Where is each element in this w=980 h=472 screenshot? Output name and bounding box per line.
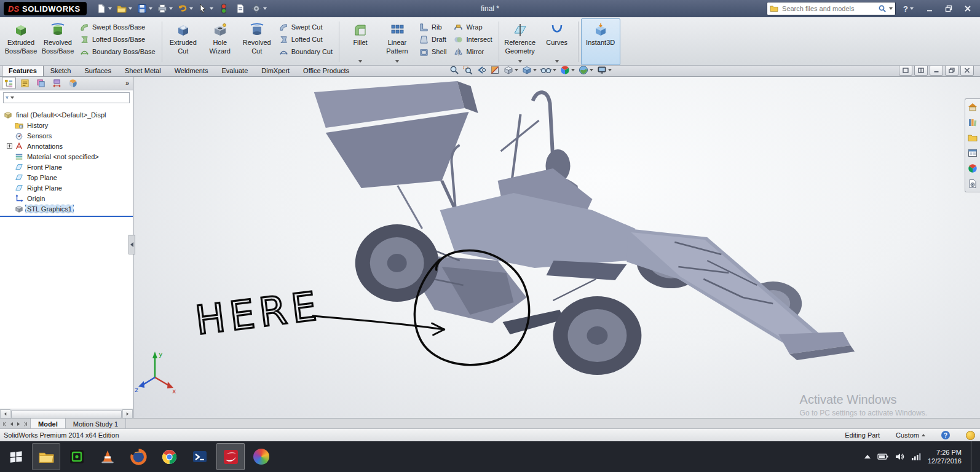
tab-scroll-right-icon[interactable] (16, 422, 21, 427)
taskbar-design-app[interactable] (247, 443, 275, 470)
section-view-button[interactable] (489, 65, 500, 76)
view-palette-tab[interactable] (967, 148, 978, 159)
undo-button[interactable] (176, 2, 194, 15)
feature-filter-input[interactable] (16, 93, 127, 103)
doc-minimize-button[interactable] (930, 65, 943, 76)
wrap-button[interactable]: Wrap (451, 22, 494, 32)
search-icon[interactable] (878, 4, 887, 13)
propertymanager-tab[interactable] (18, 77, 32, 89)
tree-item-front-plane[interactable]: Front Plane (0, 162, 133, 172)
swept-boss-base-button[interactable]: Swept Boss/Base (77, 22, 158, 32)
tab-scroll-first-icon[interactable] (2, 422, 7, 427)
taskbar-vlc[interactable] (93, 443, 122, 470)
tab-sketch[interactable]: Sketch (44, 65, 78, 76)
solidworks-resources-tab[interactable] (967, 101, 978, 112)
tree-item-history[interactable]: History (0, 120, 133, 130)
panel-horizontal-scrollbar[interactable] (0, 409, 133, 419)
new-document-button[interactable] (95, 2, 113, 15)
reference-geometry-caret[interactable] (518, 60, 522, 63)
minimize-button[interactable] (921, 2, 938, 15)
close-button[interactable] (959, 2, 976, 15)
displaymanager-tab[interactable] (66, 77, 80, 89)
tab-evaluate[interactable]: Evaluate (215, 65, 255, 76)
appearances-scenes-tab[interactable] (967, 163, 978, 174)
taskbar-clock[interactable]: 7:26 PM 12/27/2016 (928, 448, 962, 465)
file-explorer-tab[interactable] (967, 132, 978, 143)
save-button[interactable] (135, 2, 154, 15)
file-properties-button[interactable] (233, 2, 248, 15)
status-tag-icon[interactable] (966, 431, 975, 440)
tab-scroll-left-icon[interactable] (9, 422, 14, 427)
fillet-button[interactable]: Fillet (342, 18, 379, 65)
tree-item-annotations[interactable]: Annotations (0, 141, 133, 151)
lofted-boss-base-button[interactable]: Lofted Boss/Base (77, 34, 158, 44)
rebuild-button[interactable] (216, 2, 231, 15)
extruded-boss-base-button[interactable]: Extruded Boss/Base (2, 18, 39, 65)
lofted-cut-button[interactable]: Lofted Cut (277, 34, 335, 44)
zoom-to-fit-button[interactable] (449, 65, 460, 76)
motion-study-tab[interactable]: Motion Study 1 (66, 419, 126, 429)
revolved-boss-base-button[interactable]: Revolved Boss/Base (39, 18, 76, 65)
hole-wizard-button[interactable]: Hole Wizard (202, 18, 239, 65)
graphics-area[interactable]: HERE y x z Activate Windows Go to PC set… (133, 76, 980, 419)
taskbar-powershell[interactable] (186, 443, 214, 470)
search-options-caret[interactable] (889, 7, 893, 10)
scroll-thumb[interactable] (11, 410, 122, 419)
search-input[interactable] (781, 4, 875, 13)
design-library-tab[interactable] (967, 117, 978, 128)
tab-features[interactable]: Features (2, 65, 44, 76)
edit-appearance-button[interactable] (559, 65, 575, 76)
help-menu[interactable]: ? (903, 4, 914, 14)
taskbar-solidworks[interactable] (216, 443, 245, 470)
shell-button[interactable]: Shell (417, 47, 449, 57)
hidden-icons-arrow[interactable] (864, 455, 871, 458)
rollback-bar[interactable] (0, 216, 133, 217)
restore-button[interactable] (940, 2, 957, 15)
doc-fullscreen-button[interactable] (899, 65, 912, 76)
filter-caret[interactable] (10, 96, 14, 99)
boundary-cut-button[interactable]: Boundary Cut (277, 47, 335, 57)
tab-office-products[interactable]: Office Products (296, 65, 356, 76)
boundary-boss-base-button[interactable]: Boundary Boss/Base (77, 47, 158, 57)
doc-split-button[interactable] (914, 65, 928, 76)
tree-item-material[interactable]: Material <not specified> (0, 151, 133, 162)
taskbar-chrome[interactable] (155, 443, 183, 470)
doc-close-button[interactable] (960, 65, 974, 76)
apply-scene-button[interactable] (578, 65, 594, 76)
configuration-caret[interactable] (922, 434, 925, 436)
taskbar-green-app[interactable] (63, 443, 91, 470)
show-desktop-button[interactable] (971, 441, 975, 472)
custom-properties-tab[interactable] (967, 178, 978, 189)
curves-button[interactable]: Curves (539, 18, 575, 65)
quick-help-icon[interactable]: ? (941, 431, 950, 439)
battery-icon[interactable] (877, 452, 888, 461)
network-icon[interactable] (911, 452, 921, 461)
configurationmanager-tab[interactable] (34, 77, 48, 89)
panel-splitter-handle[interactable] (128, 235, 135, 254)
extruded-cut-button[interactable]: Extruded Cut (165, 18, 202, 65)
tree-root[interactable]: final (Default<<Default>_Displ (0, 109, 133, 120)
zoom-to-area-button[interactable] (462, 65, 473, 76)
taskbar-firefox[interactable] (124, 443, 152, 470)
previous-view-button[interactable] (476, 65, 487, 76)
start-button[interactable] (0, 441, 32, 472)
taskbar-file-explorer[interactable] (32, 443, 60, 470)
options-button[interactable] (250, 2, 268, 15)
select-button[interactable] (196, 2, 215, 15)
tab-surfaces[interactable]: Surfaces (78, 65, 118, 76)
display-style-button[interactable] (521, 65, 537, 76)
linear-pattern-flyout-caret[interactable] (395, 60, 399, 63)
tree-item-right-plane[interactable]: Right Plane (0, 183, 133, 193)
dimxpertmanager-tab[interactable] (50, 77, 64, 89)
tab-weldments[interactable]: Weldments (168, 65, 215, 76)
doc-restore-button[interactable] (945, 65, 958, 76)
view-settings-button[interactable] (596, 65, 612, 76)
model-tab[interactable]: Model (31, 419, 66, 429)
fillet-flyout-caret[interactable] (358, 60, 362, 63)
volume-icon[interactable] (895, 452, 904, 461)
linear-pattern-button[interactable]: Linear Pattern (379, 18, 416, 65)
hide-show-items-button[interactable] (540, 65, 557, 76)
draft-button[interactable]: Draft (417, 34, 449, 44)
rib-button[interactable]: Rib (417, 22, 449, 32)
open-button[interactable] (115, 2, 133, 15)
